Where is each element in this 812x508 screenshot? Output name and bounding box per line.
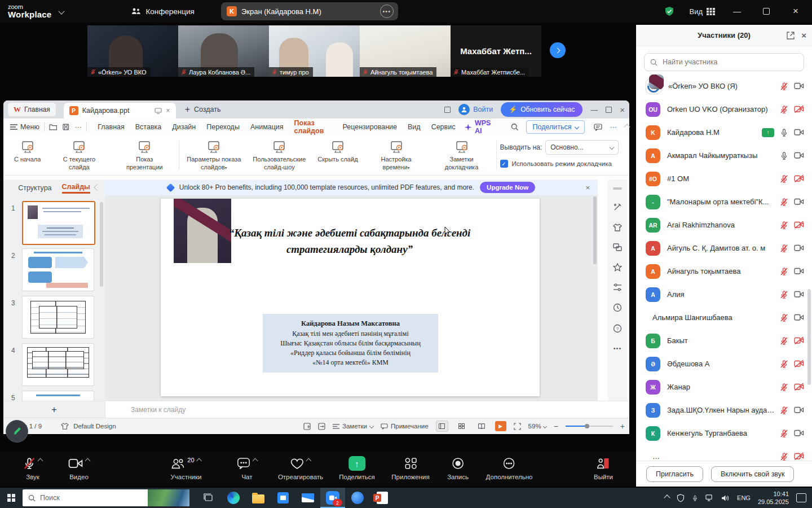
ribbon-button[interactable]: Показ презентации: [113, 141, 175, 172]
close-panel-icon[interactable]: ×: [801, 30, 806, 40]
wps-restore-button[interactable]: [606, 107, 612, 113]
chevron-down-icon[interactable]: [59, 8, 65, 14]
menu-tab[interactable]: Главная: [97, 120, 125, 134]
tab-structure[interactable]: Структура: [18, 184, 51, 192]
toolbar-mic-button[interactable]: Звук: [23, 456, 42, 480]
menu-tab[interactable]: Рецензирование: [342, 120, 398, 134]
menu-tab[interactable]: Переходы: [206, 120, 240, 134]
chevron-up-icon[interactable]: [38, 458, 43, 463]
tray-volume-icon[interactable]: [721, 494, 730, 502]
participants-scrollbar[interactable]: [807, 289, 811, 385]
chevron-up-icon[interactable]: [85, 458, 91, 463]
zoom-in-button[interactable]: +: [620, 422, 625, 431]
participant-row[interactable]: A Айгуль С. Қ. Дамитов ат. о. м ↑: [636, 237, 812, 260]
notes-page-icon[interactable]: [303, 423, 311, 430]
ribbon-button[interactable]: Заметки докладчика: [431, 141, 493, 172]
video-tile[interactable]: Лаура Кобланова Ә...: [178, 25, 269, 77]
tab-meeting[interactable]: Конференция: [131, 7, 195, 16]
toolbar-video-button[interactable]: Видео: [68, 456, 90, 480]
close-button[interactable]: ×: [788, 4, 803, 19]
settings-sliders-icon[interactable]: [613, 283, 622, 291]
help-icon[interactable]: ?: [613, 324, 622, 333]
menu-tab[interactable]: Показ слайдов: [294, 116, 333, 138]
panel-more-icon[interactable]: •••: [614, 345, 622, 352]
wps-ai-button[interactable]: WPS AI: [465, 119, 498, 135]
toolbar-apps-button[interactable]: Приложения: [391, 456, 429, 480]
ribbon-button[interactable]: Параметры показа слайдов▾: [183, 141, 245, 172]
task-view-button[interactable]: [196, 488, 221, 508]
slide-thumbnail[interactable]: [22, 248, 94, 291]
wps-close-button[interactable]: ×: [620, 105, 625, 115]
menu-tab[interactable]: Дизайн: [171, 120, 196, 134]
slide-thumbnail[interactable]: [22, 296, 94, 339]
toolbar-leave-button[interactable]: Выйти: [594, 456, 613, 480]
design-name[interactable]: Default Design: [73, 423, 116, 430]
tray-network-icon[interactable]: [705, 494, 714, 502]
add-slide-plus[interactable]: +: [3, 401, 105, 418]
zoom-slider[interactable]: [566, 426, 613, 427]
video-tile[interactable]: тимур про: [269, 25, 360, 77]
history-clock-icon[interactable]: [613, 303, 622, 312]
taskbar-search[interactable]: Поиск: [23, 489, 189, 506]
ribbon-more-icon[interactable]: ···: [610, 123, 617, 131]
participant-row[interactable]: Ж Жанар ↑: [636, 375, 812, 398]
canvas-scrollbar[interactable]: [593, 196, 597, 264]
video-tile[interactable]: Айнагуль тоқымтаева: [360, 25, 451, 77]
output-display-select[interactable]: Основно...: [545, 140, 619, 155]
chevron-up-icon[interactable]: [306, 458, 312, 463]
start-button[interactable]: [0, 488, 23, 508]
participant-row[interactable]: Ә Әбдешова А ↑: [636, 352, 812, 375]
slide-sorter-view-button[interactable]: [456, 421, 468, 432]
participant-row[interactable]: Б Бакыт ↑: [636, 329, 812, 352]
more-tools-icon[interactable]: ···: [75, 123, 82, 131]
restore-button[interactable]: [759, 4, 774, 19]
tray-mic-icon[interactable]: [692, 494, 698, 502]
next-videos-button[interactable]: [550, 42, 566, 58]
search-icon[interactable]: [511, 123, 518, 131]
ribbon-button[interactable]: С текущего слайда: [48, 141, 110, 172]
invite-button[interactable]: Пригласить: [646, 466, 703, 482]
zoom-level-control[interactable]: 59%: [528, 423, 546, 430]
participant-row[interactable]: K Кайдарова Н.М ↑: [636, 121, 812, 144]
toolbar-react-button[interactable]: Отреагировать: [278, 456, 323, 480]
menu-tab[interactable]: Анимация: [250, 120, 284, 134]
close-document-icon[interactable]: ×: [166, 107, 170, 115]
zoom-out-button[interactable]: −: [554, 422, 558, 431]
notes-toggle-button[interactable]: Заметки: [333, 423, 373, 430]
star-icon[interactable]: [613, 263, 622, 271]
toolbar-record-button[interactable]: Запись: [447, 456, 469, 480]
participant-row[interactable]: Альмира Шангишбаева ↑: [636, 306, 812, 329]
taskbar-explorer-icon[interactable]: [246, 488, 271, 508]
layout-icon[interactable]: [613, 243, 622, 251]
menu-tab[interactable]: Сервис: [431, 120, 456, 134]
ribbon-button[interactable]: Пользовательские слайд-шоу: [248, 141, 310, 172]
menu-tab[interactable]: Вставка: [135, 120, 162, 134]
design-tools-icon[interactable]: [613, 203, 622, 212]
more-options-icon[interactable]: •••: [380, 5, 394, 18]
participant-row[interactable]: AR Arai Rakhimzhanova ↑: [636, 213, 812, 237]
ribbon-button[interactable]: Скрыть слайд: [314, 141, 361, 164]
slide-thumbnail[interactable]: [22, 343, 94, 386]
toolbar-chat-button[interactable]: Чат: [237, 456, 257, 480]
tab-shared-screen[interactable]: K Экран (Кайдарова Н.М) •••: [221, 2, 398, 20]
toolbar-more-button[interactable]: Дополнительно: [486, 456, 533, 480]
search-highlight-image[interactable]: [148, 489, 189, 506]
banner-close-icon[interactable]: ×: [585, 183, 590, 192]
participant-row[interactable]: З Зада.ШҚО.Үлкен Нарын аудан... ↑: [636, 398, 812, 422]
theme-icon[interactable]: [613, 224, 622, 231]
participant-search-input[interactable]: [661, 58, 798, 67]
presenter-mode-checkbox[interactable]: ✓: [500, 160, 508, 168]
tabs-layout-icon[interactable]: [444, 107, 451, 113]
open-file-icon[interactable]: [49, 124, 57, 130]
security-shield-icon[interactable]: [664, 6, 674, 16]
taskbar-clock[interactable]: 10:41 29.05.2025: [758, 490, 789, 506]
slide-notes-input[interactable]: Заметки к слайду: [105, 401, 629, 418]
participant-row[interactable]: К Кенжегуль Турганбаева ↑: [636, 422, 812, 445]
main-menu-button[interactable]: Меню: [10, 123, 39, 131]
fit-screen-icon[interactable]: [514, 423, 521, 430]
taskbar-app-icon[interactable]: [345, 488, 370, 508]
view-button[interactable]: Вид: [689, 7, 715, 16]
language-indicator[interactable]: ENG: [737, 494, 751, 501]
wps-minimize-button[interactable]: —: [590, 106, 598, 114]
taskbar-zoom-icon[interactable]: 2: [320, 488, 345, 508]
